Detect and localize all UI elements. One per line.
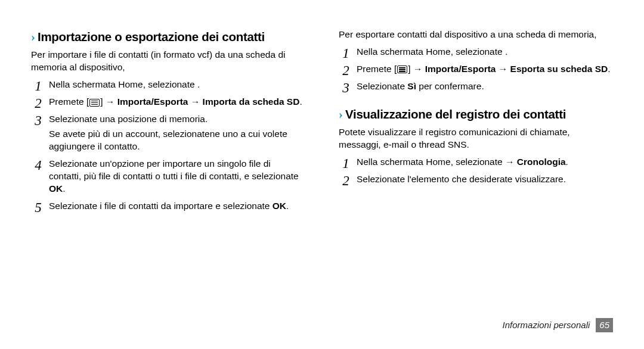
menu-icon xyxy=(89,99,100,107)
bold-esportasd: Esporta su scheda SD xyxy=(510,64,608,74)
step-2: Premete [] → Importa/Esporta → Esporta s… xyxy=(339,63,613,76)
import-steps: Nella schermata Home, selezionate . Prem… xyxy=(31,79,305,212)
step-text-b: ] → xyxy=(408,64,425,74)
step-text-c: . xyxy=(63,183,65,194)
step-2: Selezionate l'elemento che desiderate vi… xyxy=(339,173,613,186)
step-text: Selezionate l'elemento che desiderate vi… xyxy=(357,174,566,184)
registry-intro: Potete visualizzare il registro comunica… xyxy=(339,126,613,151)
step-subtext: Se avete più di un account, selezionaten… xyxy=(49,128,305,153)
step-text: Nella schermata Home, selezionate . xyxy=(49,79,200,89)
bold-cronologia: Cronologia xyxy=(517,157,566,167)
chevron-icon: › xyxy=(31,29,35,45)
step-text-c: . xyxy=(566,157,568,167)
registry-steps: Nella schermata Home, selezionate → Cron… xyxy=(339,156,613,186)
page-number: 65 xyxy=(596,318,613,332)
chevron-icon: › xyxy=(339,106,343,123)
step-1: Nella schermata Home, selezionate . xyxy=(31,79,305,91)
step-text: Selezionate una posizione di memoria. xyxy=(49,114,208,124)
page-footer: Informazioni personali 65 xyxy=(503,318,613,332)
bold-importesporta: Importa/Esporta xyxy=(425,64,496,74)
step-3: Selezionate una posizione di memoria. Se… xyxy=(31,113,305,153)
step-text-a: Selezionate xyxy=(357,81,407,91)
step-text-a: Premete [ xyxy=(357,64,397,74)
bold-ok: OK xyxy=(49,183,63,194)
bold-importasd: Importa da scheda SD xyxy=(203,96,300,107)
step-text-f: . xyxy=(299,96,302,107)
step-text-d: → xyxy=(496,64,510,74)
step-1: Nella schermata Home, selezionate . xyxy=(339,46,613,58)
step-text-a: Premete [ xyxy=(49,96,89,107)
heading-text: Visualizzazione del registro dei contatt… xyxy=(345,106,566,123)
step-text-a: Nella schermata Home, selezionate → xyxy=(357,157,517,167)
step-text-d: → xyxy=(188,96,202,107)
step-3: Selezionate Sì per confermare. xyxy=(339,80,613,93)
export-steps: Nella schermata Home, selezionate . Prem… xyxy=(339,46,613,93)
right-column: Per esportare contatti dal dispositivo a… xyxy=(339,29,613,314)
bold-importesporta: Importa/Esporta xyxy=(117,96,188,107)
section-heading-registry: › Visualizzazione del registro dei conta… xyxy=(339,106,613,123)
bold-ok: OK xyxy=(273,201,286,211)
step-5: Selezionate i file di contatti da import… xyxy=(31,200,305,213)
bold-si: Sì xyxy=(407,81,416,91)
export-intro: Per esportare contatti dal dispositivo a… xyxy=(339,29,613,41)
section-heading-import-export: › Importazione o esportazione dei contat… xyxy=(31,29,305,45)
intro-paragraph: Per importare i file di contatti (in for… xyxy=(31,49,305,74)
step-text-a: Selezionate i file di contatti da import… xyxy=(49,201,273,211)
heading-text: Importazione o esportazione dei contatti xyxy=(38,29,265,45)
step-text-a: Selezionate un'opzione per importare un … xyxy=(49,158,299,181)
step-text: Nella schermata Home, selezionate . xyxy=(357,46,507,57)
step-2: Premete [] → Importa/Esporta → Importa d… xyxy=(31,96,305,108)
step-text-f: . xyxy=(608,64,610,74)
step-text-c: per confermare. xyxy=(416,81,484,91)
step-4: Selezionate un'opzione per importare un … xyxy=(31,158,305,195)
footer-label: Informazioni personali xyxy=(503,319,590,331)
step-1: Nella schermata Home, selezionate → Cron… xyxy=(339,156,613,169)
step-text-b: ] → xyxy=(100,96,117,107)
left-column: › Importazione o esportazione dei contat… xyxy=(31,29,305,314)
menu-icon xyxy=(397,66,407,73)
step-text-c: . xyxy=(286,201,289,211)
